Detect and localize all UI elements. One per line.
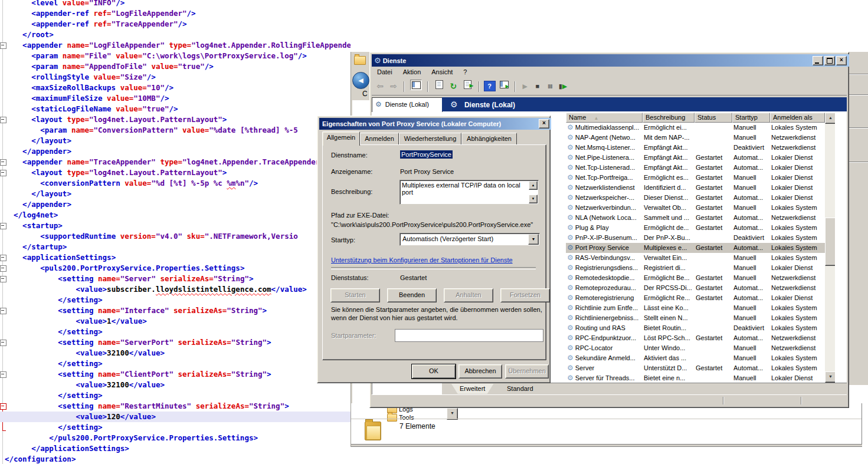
column-header-beschreibung[interactable]: Beschreibung xyxy=(643,113,695,123)
dialog-tab-anmelden[interactable]: Anmelden xyxy=(360,133,399,145)
list-vertical-scrollbar[interactable]: ▲ ▼ xyxy=(825,113,835,383)
service-row[interactable]: ⚙NAP-Agent (Netwo...Mit dem NAP-...Manue… xyxy=(566,133,825,143)
service-row[interactable]: ⚙Routing und RASBietet Routin...Deaktivi… xyxy=(566,323,825,333)
properties-button[interactable] xyxy=(434,80,444,89)
service-row[interactable]: ⚙Plug & PlayErmöglicht de...GestartetAut… xyxy=(566,223,825,233)
column-header-status[interactable]: Status xyxy=(695,113,732,123)
service-row[interactable]: ⚙Richtlinienergebniss...Stellt einen N..… xyxy=(566,313,825,323)
menu-item-[interactable]: ? xyxy=(458,67,472,75)
maximize-button[interactable] xyxy=(824,56,835,65)
service-row[interactable]: ⚙Registrierungsdiens...Registriert di...… xyxy=(566,263,825,273)
pause-service-button[interactable]: ▮▮ xyxy=(545,80,555,92)
service-row[interactable]: ⚙PnP-X-IP-Busenum...Der PnP-X-Bu...Deakt… xyxy=(566,233,825,243)
xml-editor[interactable]: <level value="INFO"/> <appender-ref ref=… xyxy=(0,0,351,464)
service-row[interactable]: ⚙Netzwerkverbindun...Verwaltet Ob...Gest… xyxy=(566,203,825,213)
starttyp-combobox[interactable]: Automatisch (Verzögerter Start) ▼ xyxy=(399,233,540,246)
service-row[interactable]: ⚙Net.Pipe-Listenera...Empfängt Akt...Ges… xyxy=(566,153,825,163)
service-row[interactable]: ⚙Net.Tcp-Listenerad...Empfängt Akt...Ges… xyxy=(566,163,825,173)
dialog-close-button[interactable]: × xyxy=(539,119,549,129)
startoptions-help-link[interactable]: Unterstützung beim Konfigurieren der Sta… xyxy=(331,256,513,264)
show-console-tree-button[interactable] xyxy=(410,80,422,90)
dialog-tab-wiederherstellung[interactable]: Wiederherstellung xyxy=(399,133,461,145)
folder-item-label[interactable]: Tools xyxy=(399,414,414,421)
service-row[interactable]: ⚙RemoteregistrierungErmöglicht Re...Gest… xyxy=(566,293,825,303)
service-row[interactable]: ⚙Sekundäre Anmeld...Aktiviert das ...Man… xyxy=(566,353,825,363)
service-row[interactable]: ⚙RPC-Endpunktzuor...Löst RPC-Sch...Gesta… xyxy=(566,333,825,343)
scroll-down-icon: ▼ xyxy=(532,197,535,200)
folder-icon[interactable] xyxy=(387,414,397,422)
code-line: <rollingStyle value="Size"/> xyxy=(5,72,351,83)
minimize-button[interactable] xyxy=(813,56,823,65)
dialog-titlebar[interactable]: Eigenschaften von Port Proxy Service (Lo… xyxy=(319,118,551,130)
service-row[interactable]: ⚙Net.Tcp-Portfreiga...Ermöglicht es...Ge… xyxy=(566,173,825,183)
scroll-down-button[interactable]: ▼ xyxy=(825,371,835,383)
back-button[interactable]: ⇦ xyxy=(374,80,386,92)
service-row[interactable]: ⚙RAS-Verbindungsv...Verwaltet Ein...Manu… xyxy=(566,253,825,263)
tab-standard[interactable]: Standard xyxy=(499,384,542,394)
menu-item-ansicht[interactable]: Ansicht xyxy=(426,67,458,75)
starten-button[interactable]: Starten xyxy=(330,288,380,302)
stop-service-button[interactable]: ■ xyxy=(532,80,543,92)
service-row[interactable]: ⚙RPC-LocatorUnter Windo...ManuellNetzwer… xyxy=(566,343,825,353)
dialog-tab-allgemein[interactable]: Allgemein xyxy=(322,131,360,146)
menu-item-datei[interactable]: Datei xyxy=(372,67,398,75)
scroll-up-button[interactable]: ▲ xyxy=(825,113,835,124)
service-row[interactable]: ⚙Multimediaklassenpl...Ermöglicht ei...M… xyxy=(566,123,825,133)
fortsetzen-button[interactable]: Fortsetzen xyxy=(500,288,550,302)
service-gear-icon: ⚙ xyxy=(567,223,574,232)
tree-pane-bottom-box xyxy=(372,383,443,396)
service-row[interactable]: ⚙ServerUnterstützt D...GestartetAutomat.… xyxy=(566,363,825,373)
code-line: </setting> xyxy=(5,327,351,337)
code-line: <maximumFileSize value="10MB"/> xyxy=(5,93,351,104)
refresh-button[interactable]: ↻ xyxy=(447,80,459,92)
combo-dropdown-button[interactable]: ▼ xyxy=(528,234,539,245)
service-row[interactable]: ⚙NetzwerklistendienstIdentifiziert d...G… xyxy=(566,183,825,193)
help-button[interactable]: ? xyxy=(484,81,496,91)
code-line: <layout type="log4net.Layout.PatternLayo… xyxy=(5,167,351,178)
start-service-button[interactable]: ▶ xyxy=(520,80,530,92)
service-row[interactable]: ⚙Netzwerkspeicher-...Dieser Dienst...Ges… xyxy=(566,193,825,203)
anhalten-button[interactable]: Anhalten xyxy=(444,288,493,302)
column-header-starttyp[interactable]: Starttyp xyxy=(732,113,770,123)
service-row[interactable]: ⚙Remoteprozedurau...Der RPCSS-Di...Gesta… xyxy=(566,283,825,293)
service-row[interactable]: ⚙Server für Threads...Bietet eine n...Ma… xyxy=(566,373,825,383)
export-list-button[interactable]: ▶ xyxy=(462,80,473,89)
tab-panel-allgemein xyxy=(322,144,546,360)
close-button[interactable]: × xyxy=(836,56,847,65)
code-line: <setting name="Interface" serializeAs="S… xyxy=(5,305,351,316)
scrollbar-thumb[interactable] xyxy=(825,218,835,266)
startparameter-input[interactable] xyxy=(395,329,543,342)
bernehmen-button[interactable]: Übernehmen xyxy=(505,364,549,379)
dialog-tab-abhängigkeiten[interactable]: Abhängigkeiten xyxy=(461,133,517,145)
explorer-back-button[interactable]: ◀ xyxy=(352,72,369,89)
services-window-titlebar[interactable]: ⚙ Dienste × xyxy=(372,54,849,67)
menu-item-aktion[interactable]: Aktion xyxy=(398,67,427,75)
code-line: <conversionPattern value="%d [%t] %-5p %… xyxy=(5,178,351,189)
service-row[interactable]: ⚙NLA (Network Loca...Sammelt und ...Gest… xyxy=(566,213,825,223)
console-tree-selected-item[interactable]: ⚙ Dienste (Lokal) xyxy=(372,97,443,112)
services-window-title: Dienste xyxy=(383,57,407,64)
abbrechen-button[interactable]: Abbrechen xyxy=(458,364,502,379)
code-lines[interactable]: <level value="INFO"/> <appender-ref ref=… xyxy=(5,0,351,464)
textbox-scroll-up-button[interactable]: ▲ xyxy=(529,181,538,190)
ok-button[interactable]: OK xyxy=(412,364,456,379)
beschreibung-textbox[interactable]: Multiplexes external TCP/IP data on loca… xyxy=(399,180,539,205)
service-row[interactable]: ⚙Net.Msmq-Listener...Empfängt Akt...Deak… xyxy=(566,143,825,153)
column-header-name[interactable]: Name ▲ xyxy=(566,113,643,123)
dienstname-value[interactable]: PortProxyService xyxy=(400,150,453,159)
extended-view-button[interactable]: ▶ xyxy=(499,80,509,89)
service-row-selected[interactable]: ⚙Port Proxy ServiceMultiplexes e...Gesta… xyxy=(566,243,825,253)
textbox-scroll-down-button[interactable]: ▼ xyxy=(529,195,538,203)
forward-button[interactable]: ⇨ xyxy=(388,80,399,92)
service-gear-icon: ⚙ xyxy=(567,163,574,172)
column-header-anmelden-als[interactable]: Anmelden als xyxy=(770,113,825,123)
service-row[interactable]: ⚙Remotedesktopdie...Ermöglicht Be...Gest… xyxy=(566,273,825,283)
combo-dropdown-button[interactable]: ▼ xyxy=(447,408,458,420)
service-gear-icon: ⚙ xyxy=(567,123,574,131)
service-row[interactable]: ⚙Richtlinie zum Entfe...Lässt eine Ko...… xyxy=(566,303,825,313)
tab-erweitert[interactable]: Erweitert xyxy=(451,384,493,394)
code-line: <setting name="Server" serializeAs="Stri… xyxy=(5,274,351,284)
code-line: <staticLogFileName value="true"/> xyxy=(5,104,351,114)
beenden-button[interactable]: Beenden xyxy=(387,288,437,302)
restart-service-button[interactable]: ▮▶ xyxy=(557,80,569,92)
